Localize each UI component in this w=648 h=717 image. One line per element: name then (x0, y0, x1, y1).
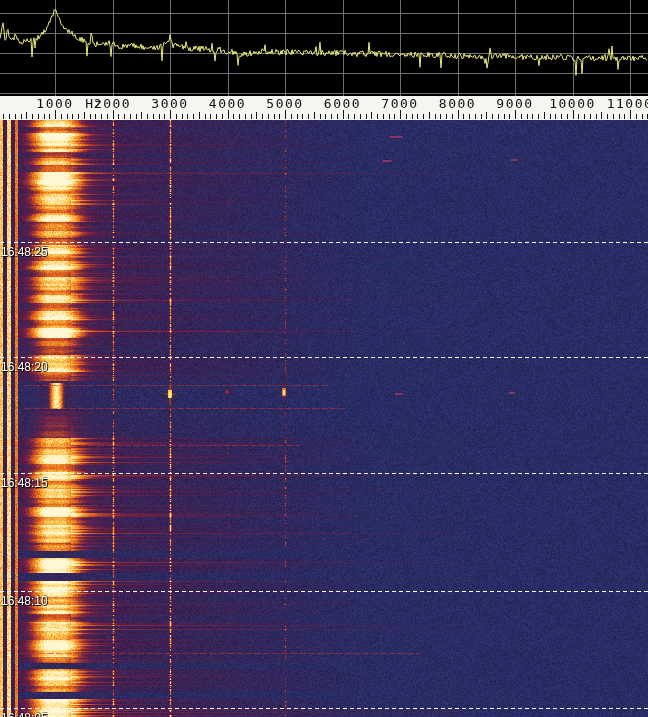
time-label: 16:48:20 (1, 360, 48, 374)
freq-axis-label: 3000 (151, 96, 188, 111)
time-label: 16:48:05 (1, 711, 48, 717)
freq-axis-label: 5000 (266, 96, 303, 111)
freq-axis-unit: Hz (85, 96, 103, 111)
freq-axis-label: 9000 (496, 96, 533, 111)
freq-axis-label: 4000 (209, 96, 246, 111)
time-label: 16:48:10 (1, 594, 48, 608)
freq-axis-label: 10000 (549, 96, 596, 111)
freq-axis-label: 1000 (36, 96, 73, 111)
spectrum-analyzer-window: 1000200030004000500060007000800090001000… (0, 0, 648, 717)
freq-axis-label: 11000 (607, 96, 648, 111)
time-label: 16:48:15 (1, 476, 48, 490)
freq-axis-label: 8000 (439, 96, 476, 111)
freq-axis-label: 6000 (324, 96, 361, 111)
freq-axis-label: 7000 (381, 96, 418, 111)
time-label: 16:48:25 (1, 245, 48, 259)
